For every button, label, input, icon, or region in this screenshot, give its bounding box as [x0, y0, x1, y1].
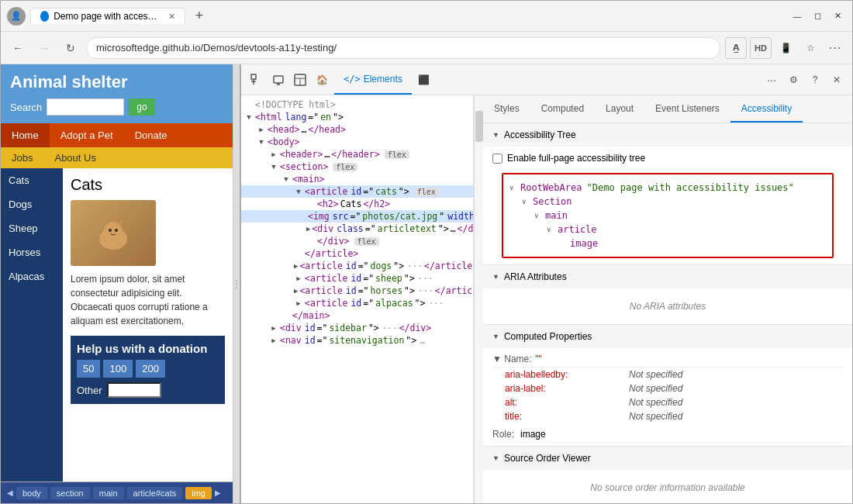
main-tag[interactable]: <main>: [241, 173, 473, 185]
home-icon[interactable]: 🏠: [313, 71, 331, 89]
help-icon[interactable]: ?: [806, 71, 824, 89]
close-devtools-icon[interactable]: ✕: [827, 71, 846, 89]
breadcrumb-main[interactable]: main: [93, 487, 124, 499]
nav-sitenavigation-tag[interactable]: <nav id="sitenavigation"> …: [241, 334, 473, 347]
breadcrumb-body[interactable]: body: [16, 487, 47, 499]
elements-tab-icon[interactable]: </> Elements: [334, 64, 412, 95]
nav-adopt[interactable]: Adopt a Pet: [50, 123, 124, 147]
prop-aria-labelledby: aria-labelledby: Not specified: [492, 368, 843, 381]
immersive-reader-icon[interactable]: HD: [750, 37, 772, 59]
article-alpacas-tag[interactable]: <article id="alpacas"> ···: [241, 297, 473, 309]
tab-event-listeners[interactable]: Event Listeners: [644, 95, 730, 123]
div-articletext-tag[interactable]: <div class="articletext"> … </div> ···: [241, 223, 473, 235]
forward-button[interactable]: →: [33, 37, 55, 59]
div-flex-tag[interactable]: </div> flex: [241, 235, 473, 247]
article-dogs-tag[interactable]: <article id="dogs"> ··· </article> flex: [241, 260, 473, 272]
nav-donate[interactable]: Donate: [124, 123, 178, 147]
tab-close-icon[interactable]: ✕: [168, 12, 175, 22]
devtools-toolbar: 🏠 </> Elements ⬛ ··· ⚙ ? ✕: [241, 64, 852, 95]
header-tag[interactable]: <header> … </header> flex: [241, 148, 473, 161]
sidebar-dogs[interactable]: Dogs: [1, 192, 63, 216]
enable-tree-checkbox[interactable]: [492, 154, 502, 164]
console-icon[interactable]: ⬛: [415, 71, 433, 89]
source-order-header[interactable]: ▼ Source Order Viewer: [483, 447, 852, 470]
favorites-icon[interactable]: ☆: [799, 37, 821, 59]
tab-accessibility[interactable]: Accessibility: [730, 95, 803, 123]
img-cat-tag[interactable]: <img src="photos/cat.jpg" width="841" he…: [241, 210, 473, 223]
article-cats-tag[interactable]: <article id="cats"> flex: [241, 185, 473, 198]
elements-scrollbar[interactable]: [474, 95, 483, 503]
section-tag[interactable]: <section> flex: [241, 161, 473, 173]
back-button[interactable]: ←: [7, 37, 29, 59]
donate-50-button[interactable]: 50: [77, 360, 100, 378]
minimize-button[interactable]: —: [789, 8, 806, 25]
body-tag[interactable]: <body>: [241, 136, 473, 148]
close-button[interactable]: ✕: [829, 8, 846, 25]
breadcrumb-article-cats[interactable]: article#cats: [127, 487, 183, 499]
sidebar-sheep[interactable]: Sheep: [1, 216, 63, 240]
donate-200-button[interactable]: 200: [136, 360, 165, 378]
elements-content[interactable]: <!DOCTYPE html> <html lang="en"> <head> …: [241, 95, 473, 503]
browser-sync-icon[interactable]: 📱: [775, 37, 796, 59]
donate-100-button[interactable]: 100: [103, 360, 133, 378]
url-bar[interactable]: microsoftedge.github.io/Demos/devtools-a…: [86, 37, 720, 59]
settings-icon[interactable]: ⚙: [784, 71, 803, 89]
site-header: Animal shelter Search go: [1, 64, 233, 123]
nav-home[interactable]: Home: [1, 123, 50, 147]
panel-resizer[interactable]: [233, 64, 240, 503]
tree-root[interactable]: ∨ RootWebArea "Demo page with accessibil…: [509, 181, 826, 195]
nav-about[interactable]: About Us: [43, 147, 106, 168]
read-aloud-icon[interactable]: A̲: [725, 37, 747, 59]
tree-section-arrow: ▼: [492, 131, 499, 139]
computed-header[interactable]: ▼ Computed Properties: [483, 325, 852, 348]
device-toolbar-icon[interactable]: [269, 71, 288, 89]
search-go-button[interactable]: go: [129, 98, 154, 116]
refresh-button[interactable]: ↻: [60, 37, 81, 59]
donate-other-input[interactable]: [107, 382, 161, 398]
aria-header[interactable]: ▼ ARIA Attributes: [483, 265, 852, 288]
website-preview: Animal shelter Search go Home Adopt a Pe…: [1, 64, 233, 503]
tree-section[interactable]: ∨ Section: [509, 195, 826, 209]
svg-point-5: [115, 229, 118, 232]
html-doctype[interactable]: <!DOCTYPE html>: [241, 98, 473, 111]
site-sidebar: Cats Dogs Sheep Horses Alpacas: [1, 168, 63, 482]
article-sheep-tag[interactable]: <article id="sheep"> ···: [241, 272, 473, 285]
head-tag[interactable]: <head> … </head>: [241, 123, 473, 136]
sidebar-horses[interactable]: Horses: [1, 240, 63, 264]
enable-tree-row: Enable full-page accessibility tree: [492, 150, 843, 170]
donation-box: Help us with a donation 50 100 200 Other: [71, 336, 225, 404]
tree-article[interactable]: ∨ article: [509, 223, 826, 236]
article-horses-tag[interactable]: <article id="horses"> ··· </article> fle…: [241, 285, 473, 297]
address-bar: ← → ↻ microsoftedge.github.io/Demos/devt…: [1, 32, 852, 64]
html-tag[interactable]: <html lang="en">: [241, 111, 473, 123]
search-input[interactable]: [47, 98, 124, 116]
new-tab-button[interactable]: +: [188, 8, 210, 24]
site-title: Animal shelter: [10, 72, 223, 92]
active-tab[interactable]: Demo page with accessibility iss ✕: [30, 8, 185, 24]
breadcrumb-img[interactable]: img: [185, 487, 212, 499]
breadcrumb-section[interactable]: section: [50, 487, 90, 499]
sidebar-alpacas[interactable]: Alpacas: [1, 264, 63, 288]
div-sidebar-tag[interactable]: <div id="sidebar"> ··· </div>: [241, 322, 473, 334]
breadcrumb-scroll-right[interactable]: ▶: [215, 488, 221, 497]
article-end-tag[interactable]: </article>: [241, 247, 473, 260]
maximize-button[interactable]: ◻: [809, 8, 826, 25]
prop-aria-label: aria-label: Not specified: [492, 381, 843, 395]
tab-layout[interactable]: Layout: [595, 95, 644, 123]
tree-main[interactable]: ∨ main: [509, 209, 826, 223]
main-end-tag[interactable]: </main>: [241, 309, 473, 322]
inspect-element-icon[interactable]: [247, 71, 266, 89]
h2-cats-tag[interactable]: <h2>Cats</h2>: [241, 198, 473, 210]
profile-avatar[interactable]: 👤: [7, 7, 26, 26]
tree-image[interactable]: image: [509, 236, 826, 250]
more-tools-icon[interactable]: ···: [762, 71, 781, 89]
nav-jobs[interactable]: Jobs: [1, 147, 43, 168]
sidebar-cats[interactable]: Cats: [1, 168, 63, 192]
layout-icon[interactable]: [291, 71, 309, 89]
tab-computed[interactable]: Computed: [530, 95, 595, 123]
more-button[interactable]: ···: [824, 37, 846, 59]
breadcrumb-scroll-left[interactable]: ◀: [7, 488, 13, 497]
accessibility-tree-header[interactable]: ▼ Accessibility Tree: [483, 123, 852, 147]
computed-arrow: ▼: [492, 333, 499, 340]
tab-styles[interactable]: Styles: [483, 95, 530, 123]
